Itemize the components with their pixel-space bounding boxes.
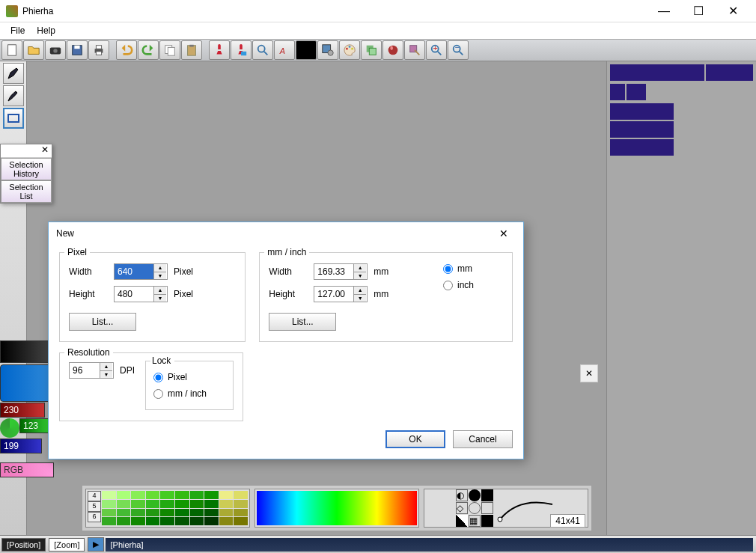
lock-group: Lock Pixel mm / inch (145, 361, 234, 410)
image-settings-icon[interactable] (317, 40, 338, 60)
px-width-input[interactable]: ▲▼ (114, 263, 168, 280)
save-icon[interactable] (67, 40, 88, 60)
redo-icon[interactable] (138, 40, 159, 60)
swatch[interactable] (610, 84, 625, 100)
svg-point-20 (351, 48, 353, 50)
svg-point-24 (390, 46, 393, 50)
selection-history-button[interactable]: SelectionHistory (1, 158, 52, 180)
spin-down-icon[interactable]: ▼ (353, 272, 366, 280)
svg-point-23 (388, 46, 398, 55)
edit-tool-icon[interactable] (404, 40, 425, 60)
palette-greens[interactable]: 4 5 6 (85, 489, 250, 528)
minimize-button[interactable]: — (647, 1, 681, 22)
swatch[interactable] (627, 84, 646, 100)
swatch[interactable] (610, 64, 704, 81)
svg-point-33 (498, 517, 502, 522)
zoom-icon[interactable] (252, 40, 273, 60)
cancel-button[interactable]: Cancel (453, 430, 513, 448)
menu-help[interactable]: Help (31, 24, 61, 37)
svg-rect-10 (188, 46, 196, 55)
green-value-bar[interactable]: 123 (19, 418, 49, 433)
swatch[interactable] (706, 64, 753, 81)
swatch[interactable] (610, 103, 674, 120)
preset-5[interactable]: 5 (88, 501, 101, 512)
blue-value-bar[interactable]: 199 (0, 439, 42, 453)
maximize-button[interactable]: ☐ (681, 1, 716, 22)
svg-rect-9 (168, 47, 174, 55)
status-play-icon[interactable]: ▶ (88, 537, 104, 552)
pen-tool-icon[interactable] (3, 63, 24, 84)
stamp-blue-icon[interactable] (231, 40, 252, 60)
dpi-label: DPI (120, 365, 135, 376)
dialog-close-icon[interactable]: ✕ (492, 224, 516, 242)
red-value-bar[interactable]: 230 (0, 403, 45, 418)
sphere-icon[interactable] (382, 40, 403, 60)
spin-up-icon[interactable]: ▲ (353, 264, 366, 272)
mm-list-button[interactable]: List... (269, 313, 336, 331)
unit-inch-radio[interactable] (443, 281, 453, 290)
ok-button[interactable]: OK (385, 430, 445, 448)
tool-rail (0, 61, 27, 553)
paste-icon[interactable] (181, 40, 202, 60)
spin-down-icon[interactable]: ▼ (153, 295, 166, 302)
status-position[interactable]: [Position] (1, 538, 46, 552)
undo-icon[interactable] (116, 40, 137, 60)
palette-spectrum[interactable] (254, 489, 419, 528)
lock-pixel-radio[interactable] (153, 373, 163, 382)
menu-file[interactable]: File (4, 24, 31, 37)
svg-rect-0 (8, 45, 16, 55)
selection-panel-close[interactable]: ✕ (1, 144, 52, 158)
px-width-label: Width (69, 266, 114, 277)
rectangle-tool-icon[interactable] (3, 108, 24, 129)
spin-down-icon[interactable]: ▼ (353, 295, 366, 302)
spin-up-icon[interactable]: ▲ (353, 287, 366, 295)
side-close-icon[interactable]: ✕ (580, 364, 598, 382)
zoom-out-icon[interactable]: − (448, 40, 469, 60)
mm-height-input[interactable]: ▲▼ (314, 286, 368, 302)
selection-panel: ✕ SelectionHistory SelectionList (0, 144, 52, 204)
px-list-button[interactable]: List... (69, 313, 136, 331)
zoom-in-icon[interactable]: + (426, 40, 447, 60)
swatch[interactable] (610, 121, 674, 138)
camera-icon[interactable] (45, 40, 66, 60)
svg-rect-4 (74, 46, 79, 49)
svg-text:−: − (455, 43, 460, 52)
text-icon[interactable]: A (274, 40, 295, 60)
selection-list-button[interactable]: SelectionList (1, 180, 52, 203)
copy-icon[interactable] (159, 40, 180, 60)
unit-mm-radio[interactable] (443, 264, 453, 274)
spin-up-icon[interactable]: ▲ (100, 363, 112, 371)
spin-down-icon[interactable]: ▼ (153, 272, 166, 280)
swatch[interactable] (610, 139, 674, 156)
brush-preview[interactable]: ◐ ◇ ▦ 41x41 (424, 489, 588, 528)
brush-size-field[interactable]: 41x41 (550, 514, 585, 528)
spin-up-icon[interactable]: ▲ (153, 287, 166, 295)
new-file-icon[interactable] (1, 40, 22, 60)
brush-tool-icon[interactable] (3, 85, 24, 106)
stamp-red-icon[interactable] (209, 40, 230, 60)
palette-icon[interactable] (339, 40, 360, 60)
preset-6[interactable]: 6 (88, 512, 101, 522)
status-zoom[interactable]: [Zoom] (49, 538, 85, 552)
app-icon (6, 5, 18, 17)
rgb-button[interactable]: RGB (0, 462, 54, 477)
color-display-icon[interactable] (296, 40, 317, 60)
svg-point-19 (349, 46, 351, 48)
print-icon[interactable] (88, 40, 109, 60)
spin-down-icon[interactable]: ▼ (100, 371, 112, 379)
preset-4[interactable]: 4 (88, 491, 101, 501)
dpi-input[interactable]: ▲▼ (69, 362, 114, 379)
px-height-input[interactable]: ▲▼ (114, 286, 168, 302)
open-folder-icon[interactable] (23, 40, 44, 60)
toolbar: A + − (0, 39, 756, 61)
svg-rect-7 (96, 52, 101, 55)
mm-height-label: Height (269, 289, 314, 299)
mm-width-input[interactable]: ▲▼ (314, 263, 368, 280)
spin-up-icon[interactable]: ▲ (153, 264, 166, 272)
px-height-label: Height (69, 289, 114, 299)
lock-mm-radio[interactable] (153, 389, 163, 399)
layers-icon[interactable] (361, 40, 382, 60)
close-button[interactable]: ✕ (716, 1, 750, 22)
green-circle-icon[interactable] (0, 418, 19, 438)
mm-width-label: Width (269, 266, 314, 277)
